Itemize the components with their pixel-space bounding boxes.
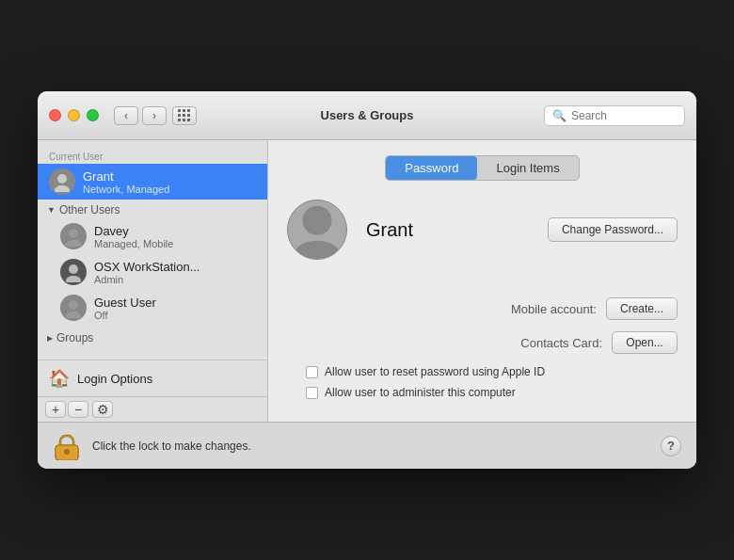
fields-area: Mobile account: Create... Contacts Card:… (287, 297, 678, 407)
triangle-groups-icon: ▶ (47, 334, 53, 343)
svg-point-1 (55, 185, 70, 192)
sidebar: Current User Grant Network, Managed ▼ Ot… (38, 140, 268, 422)
right-panel: Password Login Items Grant Change Passwo… (268, 140, 696, 422)
groups-toggle[interactable]: ▶ Groups (38, 328, 267, 346)
avatar-davey (60, 223, 87, 249)
contacts-card-row: Contacts Card: Open... (287, 331, 678, 354)
login-options-label: Login Options (77, 372, 152, 386)
tab-group: Password Login Items (385, 155, 579, 181)
help-button[interactable]: ? (661, 436, 681, 456)
svg-point-12 (64, 449, 70, 455)
profile-name: Grant (366, 219, 529, 241)
svg-point-9 (295, 241, 340, 260)
add-user-button[interactable]: + (45, 401, 66, 418)
user-sub-osx: Admin (94, 274, 199, 285)
user-info-guest: Guest User Off (94, 296, 156, 321)
reset-password-row: Allow user to reset password using Apple… (287, 365, 678, 378)
sidebar-item-grant[interactable]: Grant Network, Managed (38, 164, 267, 200)
search-input[interactable] (571, 109, 677, 122)
lock-button[interactable] (53, 432, 81, 460)
svg-point-6 (69, 300, 78, 310)
user-info-grant: Grant Network, Managed (83, 169, 169, 195)
other-users-label: Other Users (59, 203, 120, 216)
login-options-icon: 🏠 (49, 368, 70, 389)
mobile-account-create-button[interactable]: Create... (606, 297, 678, 320)
back-button[interactable]: ‹ (114, 106, 138, 125)
sidebar-item-guest[interactable]: Guest User Off (38, 290, 267, 326)
current-user-label: Current User (38, 148, 267, 164)
nav-buttons: ‹ › (114, 106, 167, 125)
sidebar-controls: + − ⚙ (38, 396, 267, 422)
user-info-davey: Davey Managed, Mobile (94, 224, 173, 249)
svg-point-7 (66, 312, 81, 318)
minimize-button[interactable] (68, 109, 80, 121)
contacts-card-label: Contacts Card: (480, 336, 602, 350)
sidebar-item-osx[interactable]: OSX WorkStation... Admin (38, 254, 267, 290)
profile-avatar (287, 200, 347, 260)
user-sub-davey: Managed, Mobile (94, 238, 173, 249)
traffic-lights (49, 109, 99, 121)
other-users-toggle[interactable]: ▼ Other Users (38, 200, 267, 218)
svg-point-0 (57, 174, 67, 184)
mobile-account-row: Mobile account: Create... (287, 297, 678, 320)
maximize-button[interactable] (87, 109, 99, 121)
tab-password[interactable]: Password (386, 156, 477, 180)
svg-point-8 (303, 206, 332, 235)
user-info-osx: OSX WorkStation... Admin (94, 260, 199, 285)
user-sub-guest: Off (94, 310, 156, 321)
tab-login-items[interactable]: Login Items (477, 156, 578, 180)
triangle-icon: ▼ (47, 205, 56, 215)
title-bar: ‹ › Users & Groups 🔍 (38, 91, 696, 140)
avatar-grant (49, 168, 75, 195)
search-bar[interactable]: 🔍 (544, 105, 685, 126)
close-button[interactable] (49, 109, 61, 121)
contacts-card-open-button[interactable]: Open... (612, 331, 678, 354)
mobile-account-label: Mobile account: (474, 302, 597, 316)
main-content: Current User Grant Network, Managed ▼ Ot… (38, 140, 696, 422)
administer-checkbox[interactable] (306, 387, 318, 399)
svg-point-3 (66, 240, 81, 247)
user-sub-grant: Network, Managed (83, 184, 169, 195)
gear-button[interactable]: ⚙ (92, 401, 113, 418)
user-name-davey: Davey (94, 224, 173, 238)
bottom-bar: Click the lock to make changes. ? (38, 422, 696, 469)
avatar-guest (60, 295, 87, 321)
remove-user-button[interactable]: − (68, 401, 88, 418)
reset-password-checkbox[interactable] (306, 366, 318, 378)
profile-area: Grant Change Password... (287, 200, 678, 260)
window-title: Users & Groups (321, 108, 414, 122)
search-icon: 🔍 (552, 109, 566, 122)
lock-text: Click the lock to make changes. (92, 440, 649, 453)
svg-point-2 (69, 229, 78, 238)
administer-row: Allow user to administer this computer (287, 386, 678, 399)
avatar-osx (60, 259, 87, 285)
sidebar-item-davey[interactable]: Davey Managed, Mobile (38, 218, 267, 254)
user-name-guest: Guest User (94, 296, 156, 310)
forward-button[interactable]: › (142, 106, 167, 125)
groups-label: Groups (56, 331, 93, 344)
administer-label: Allow user to administer this computer (325, 386, 516, 399)
user-name-osx: OSX WorkStation... (94, 260, 199, 274)
main-window: ‹ › Users & Groups 🔍 Current User (38, 91, 696, 469)
svg-point-4 (69, 264, 78, 274)
tabs: Password Login Items (287, 155, 678, 181)
svg-point-5 (66, 276, 81, 282)
grid-dots-icon (178, 109, 191, 122)
apps-grid-button[interactable] (172, 106, 197, 125)
reset-password-label: Allow user to reset password using Apple… (325, 365, 545, 378)
login-options-item[interactable]: 🏠 Login Options (38, 360, 267, 396)
user-name-grant: Grant (83, 169, 169, 184)
change-password-button[interactable]: Change Password... (548, 217, 678, 242)
